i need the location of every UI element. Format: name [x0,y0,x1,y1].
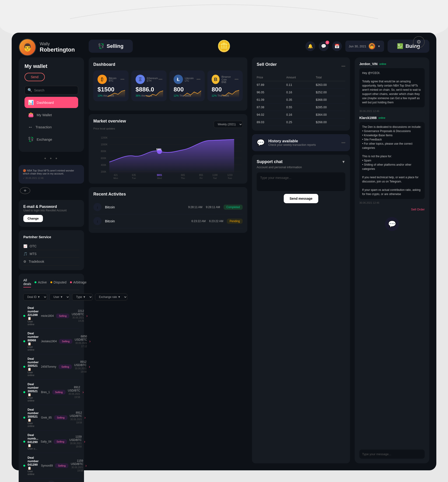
tab-disputed[interactable]: Disputed [50,278,66,287]
mts-icon: 🎵 [23,252,27,256]
btc-sparkline [108,88,126,98]
sell-order-more[interactable]: ••• [341,64,345,68]
plus-button[interactable]: + [20,187,30,194]
eth-more-icon[interactable]: ••• [159,77,162,81]
history-card: 💬 History available Check your weekly tr… [252,134,350,151]
eth-icon: Ξ [136,75,145,84]
calendar-icon[interactable]: 📅 [332,41,342,51]
support-dropdown-arrow[interactable]: ▼ [342,160,345,164]
order-amount-5: 0.16 [286,113,316,116]
my-wallet-icon: 👛 [28,112,34,118]
deal-row-4: Deal number 300521 📋 User online Bres_1 … [23,379,79,405]
send-button[interactable]: Send [24,73,45,81]
deal-rate-2: 6850 USD/BTC30.06.2021 17:12 [75,335,87,348]
deal-type-1: Selling [56,314,69,318]
deal-row-5: Deal number 300521 📋 User online Grek_85… [23,405,79,430]
filter-deal-id[interactable]: Deal ID ▼ [23,293,47,300]
deal-row-3: Deal number 300521 📋 User online 2456Tom… [23,354,79,379]
settings-icon[interactable]: ⚙ [413,36,425,48]
deal-arrow-6[interactable]: › [84,440,85,444]
top-arc-decoration [0,0,448,28]
order-price-4: 87.08 [257,105,286,109]
tradebook-label: Tradebook [29,260,44,263]
deal-type-3: Selling [59,364,72,369]
bnb-name-block: Binance Coin BNB [221,75,234,84]
chat-timestamp-1: 30.06.2021 12:46 [359,110,425,112]
message-badge: 2 [326,41,329,44]
ltc-more-icon[interactable]: ••• [196,77,200,81]
btc-header: ₿ Bitcoin BTC ••• [97,75,124,84]
partner-item-mts[interactable]: 🎵 MTS [23,250,79,258]
nav-item-exchange[interactable]: 💱 Exchange [24,134,78,145]
order-row-1: 97.89 0.11 $263.00 [257,81,345,89]
bnb-icon: B [212,75,220,84]
header-center: 💱 Selling [84,40,305,53]
svg-text:$801: $801 [156,148,162,151]
email-card-title: E-mail & Password [23,205,79,209]
chat-bottom-icon-area: 💬 [359,217,425,231]
partner-item-tradebook[interactable]: ⚙ Tradebook [23,258,79,266]
down-arrow-button[interactable]: ⌄ [47,481,56,482]
weekly-selector[interactable]: Weekly (2021) [214,121,243,128]
btc-identity: ₿ Bitcoin BTC [97,75,116,84]
activity-time2-1: 9:28:11 AM [206,205,220,209]
filter-user[interactable]: User ▼ [49,293,70,300]
tab-all-deals[interactable]: All deals [23,278,31,287]
deal-dot-4 [23,391,25,393]
dropdown-arrow[interactable]: ▼ [377,45,381,48]
order-row-6: 89.03 0.25 $268.00 [257,119,345,126]
support-chat-title: Support chat [257,159,283,164]
activity-row-1: ↓ Bitcoin 9:28:11 AM 9:28:11 AM Complete… [93,200,243,214]
order-row-5: 94.02 0.16 $364.00 [257,111,345,119]
email-card-subtitle: Used to login into Revollet Account [23,209,79,212]
activity-row-2: ↓ Bitcoin 6:23:22 AM 6:23:22 AM Pending [93,214,243,228]
selling-button[interactable]: 💱 Selling [89,40,133,53]
chat-bottom-icon[interactable]: 💬 [385,217,399,231]
deal-user-tag-2: User online [28,346,39,351]
bnb-more-icon[interactable]: ••• [234,77,239,81]
market-subtitle: Price local updates [93,127,126,130]
btc-icon: ₿ [97,75,107,84]
change-button[interactable]: Change [23,215,43,222]
tab-active[interactable]: Active [34,278,47,287]
tab-arbitrage[interactable]: Arbitrage [70,278,87,287]
nav-item-dashboard[interactable]: 📊 Dashboard [24,97,78,108]
deal-arrow-1[interactable]: › [86,314,88,318]
deal-arrow-7[interactable]: › [85,464,87,468]
deal-rate-5: 8912 USD/BTC30.06.2021 19:58 [70,411,82,424]
deal-rate-4: 8912 USD/BTC30.06.2021 19:58 [68,386,80,399]
activity-icon-1: ↓ [93,203,102,211]
sell-order-link[interactable]: Sell Order [359,208,425,211]
eth-name: Ethereum [147,77,158,79]
partner-item-otc[interactable]: 📈 OTC [23,242,79,250]
search-input[interactable] [34,88,75,92]
message-icon[interactable]: 💬 2 [319,41,328,51]
svg-text:400K: 400K [101,164,106,166]
nav-item-my-wallet[interactable]: 👛 My Wallet [24,109,78,120]
selling-icon: 💱 [98,43,104,49]
deal-user-tag-1: User online [28,320,39,326]
activity-status-1: Completed [224,205,243,210]
recent-activities-card: Recent Activites ↓ Bitcoin 9:28:11 AM 9:… [89,187,247,233]
deal-user-3: 2456Tommy [41,365,56,368]
nav-item-transaction[interactable]: ↔ Trasaction [24,122,78,133]
history-more[interactable]: ••• [341,141,345,145]
btc-more-icon[interactable]: ••• [120,77,124,81]
chat-input-box[interactable]: Type your message... [359,450,425,459]
deal-row-2: Deal number 88968 📋 User online Jeslaka1… [23,329,79,354]
deal-number-7: Deal number 041290 📋 [28,456,39,470]
deal-arrow-4[interactable]: › [82,390,84,394]
dashboard-title: Dashboard [93,62,243,67]
send-message-button[interactable]: Send message [284,194,318,203]
deal-number-5: Deal number 300521 📋 [28,408,39,422]
date-display: Jun 30, 2021 👨 ▼ [345,41,384,52]
deal-arrow-5[interactable]: › [84,416,85,420]
chat-input-area[interactable]: Type your message... [257,172,345,191]
deal-number-3: Deal number 300521 📋 [28,357,39,371]
order-total-6: $268.00 [316,120,345,124]
svg-text:1233: 1233 [227,174,233,176]
notification-bell-icon[interactable]: 🔔 [305,41,315,51]
order-table-header: Price Amount Total [257,74,345,81]
support-chat-header: Support chat ▼ [257,159,345,164]
svg-text:855: 855 [199,174,203,176]
